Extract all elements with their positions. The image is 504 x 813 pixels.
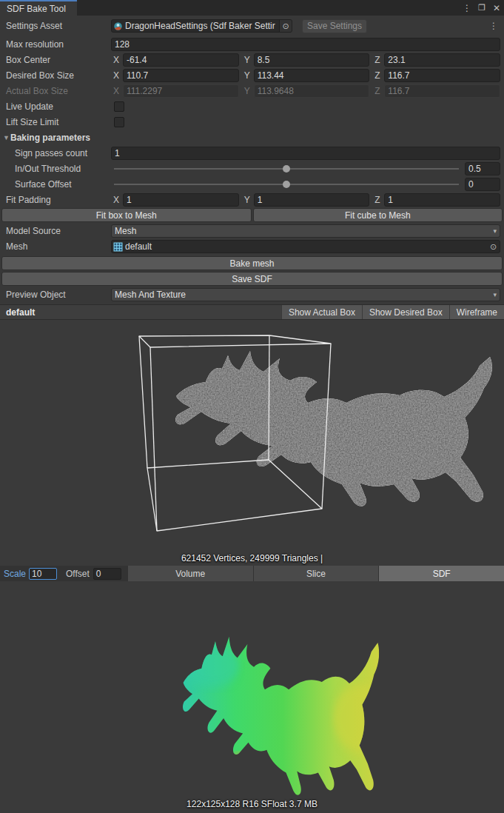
live-update-checkbox[interactable] [114,101,124,112]
object-picker-icon[interactable]: ⊙ [487,241,500,252]
desired-box-size-x-input[interactable]: 110.7 [123,69,239,82]
axis-z-label: Z [374,86,382,96]
dragon-sdf-silhouette [175,628,390,809]
sdf-orange-region [227,755,269,785]
desired-box-size-z-input[interactable]: 116.7 [384,69,500,82]
sdf-controls-bar: Scale 10 Offset 0 Volume Slice SDF [0,566,504,581]
offset-input[interactable]: 0 [93,568,121,580]
axis-z-label: Z [374,70,382,81]
max-resolution-label: Max resolution [0,39,111,50]
fit-padding-y-input[interactable]: 1 [254,193,370,207]
dragon-mesh-silhouette [175,351,492,506]
axis-y-label: Y [244,195,252,205]
settings-asset-label: Settings Asset [0,21,111,31]
tab-slice[interactable]: Slice [253,566,379,581]
dragon-sdf-render [0,581,504,813]
in-out-threshold-label: In/Out Threshold [0,164,111,174]
lift-size-limit-checkbox[interactable] [114,117,124,127]
mesh-icon [113,242,123,252]
tab-volume[interactable]: Volume [127,566,253,581]
scale-input[interactable]: 10 [29,568,57,580]
preview-toolbar: default Show Actual Box Show Desired Box… [0,304,504,320]
axis-z-label: Z [374,55,382,65]
box-center-y-input[interactable]: 8.5 [254,53,370,67]
fit-padding-z-input[interactable]: 1 [384,193,500,207]
axis-x-label: X [113,55,121,65]
close-icon[interactable]: ✕ [489,0,504,16]
mesh-object-field[interactable]: default ⊙ [111,240,500,253]
sdf-texture-info: 122x125x128 R16 SFloat 3.7 MB [0,799,504,809]
in-out-threshold-input[interactable]: 0.5 [465,162,500,175]
settings-asset-value: DragonHeadSettings (Sdf Baker Settir [123,21,279,31]
baking-parameters-label: Baking parameters [10,133,90,143]
model-source-dropdown[interactable]: Mesh ▾ [111,224,500,238]
save-settings-button[interactable]: Save Settings [302,19,367,33]
fit-padding-x-input[interactable]: 1 [123,193,239,207]
fit-padding-label: Fit Padding [0,195,111,205]
axis-x-label: X [113,70,121,81]
desired-box-size-label: Desired Box Size [0,70,111,81]
actual-box-size-y-value: 113.9648 [254,84,370,98]
slider-handle[interactable] [283,165,290,173]
fit-box-to-mesh-button[interactable]: Fit box to Mesh [1,208,252,222]
show-actual-box-button[interactable]: Show Actual Box [281,305,362,319]
axis-x-label: X [113,86,121,96]
desired-box-size-y-input[interactable]: 113.44 [254,69,370,82]
inspector-panel: Settings Asset DragonHeadSettings (Sdf B… [0,16,504,304]
surface-offset-label: Surface Offset [0,179,111,190]
preview-object-value: Mesh And Texture [115,290,186,300]
dragon-mesh-render [0,320,504,566]
preview-object-dropdown[interactable]: Mesh And Texture ▾ [111,288,500,301]
fit-cube-to-mesh-button[interactable]: Fit cube to Mesh [253,208,503,222]
preview-object-name: default [0,307,35,318]
offset-label[interactable]: Offset [57,569,93,579]
mesh-value: default [123,241,487,252]
sign-passes-count-label: Sign passes count [0,148,111,158]
box-center-z-input[interactable]: 23.1 [384,53,500,67]
sdf-bake-tool-window: SDF Bake Tool ⋮ ❐ ✕ Settings Asset Drago… [0,0,504,813]
save-sdf-button[interactable]: Save SDF [1,272,503,286]
box-center-x-input[interactable]: -61.4 [123,53,239,67]
titlebar-spacer [77,0,460,16]
foldout-arrow-icon: ▼ [0,134,10,141]
model-source-value: Mesh [115,226,136,236]
object-picker-icon[interactable]: ⊙ [279,20,292,32]
settings-asset-field[interactable]: DragonHeadSettings (Sdf Baker Settir ⊙ [111,19,292,33]
surface-offset-slider[interactable] [114,184,459,185]
mesh-stats: 621452 Vertices, 249999 Triangles | [0,553,504,563]
scale-label[interactable]: Scale [0,569,29,579]
in-out-threshold-slider[interactable] [114,168,459,170]
axis-x-label: X [113,195,121,205]
box-center-label: Box Center [0,55,111,65]
slider-handle[interactable] [283,181,290,188]
tab-title: SDF Bake Tool [7,4,66,14]
bake-mesh-button[interactable]: Bake mesh [1,256,503,270]
baking-parameters-foldout[interactable]: ▼ Baking parameters [0,130,504,145]
sdf-preview-viewport[interactable]: 122x125x128 R16 SFloat 3.7 MB [0,581,504,813]
show-desired-box-button[interactable]: Show Desired Box [362,305,449,319]
maximize-icon[interactable]: ❐ [474,0,489,16]
surface-offset-input[interactable]: 0 [465,178,500,191]
axis-y-label: Y [244,70,252,81]
tab-sdf-bake-tool[interactable]: SDF Bake Tool [0,0,77,16]
tab-sdf[interactable]: SDF [378,566,504,581]
axis-y-label: Y [244,55,252,65]
actual-box-size-label: Actual Box Size [0,86,111,96]
settings-kebab-icon[interactable]: ⋮ [489,21,500,31]
axis-z-label: Z [374,195,382,205]
mesh-label: Mesh [0,241,111,252]
lift-size-limit-label: Lift Size Limit [0,117,111,127]
scriptable-object-icon [113,21,123,31]
live-update-label: Live Update [0,101,111,112]
window-menu-icon[interactable]: ⋮ [460,0,474,16]
mesh-preview-viewport[interactable]: 621452 Vertices, 249999 Triangles | [0,320,504,566]
actual-box-size-x-value: 111.2297 [123,84,239,98]
max-resolution-input[interactable]: 128 [111,38,500,51]
axis-y-label: Y [244,86,252,96]
model-source-label: Model Source [0,226,111,236]
chevron-down-icon: ▾ [493,227,497,235]
sign-passes-count-input[interactable]: 1 [111,147,500,160]
title-bar: SDF Bake Tool ⋮ ❐ ✕ [0,0,504,16]
chevron-down-icon: ▾ [493,291,497,298]
wireframe-button[interactable]: Wireframe [449,305,504,319]
